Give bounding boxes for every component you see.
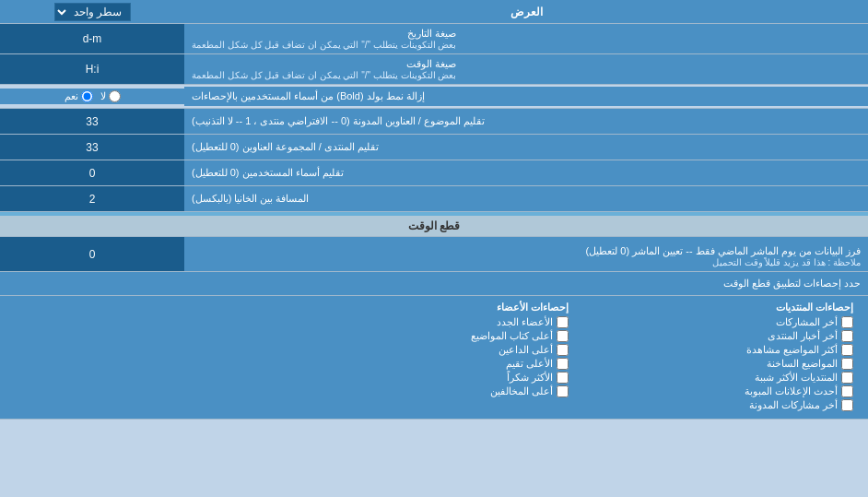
bold-radio-yes-label[interactable]: نعم (65, 90, 93, 102)
member-stat-0-checkbox[interactable] (557, 316, 569, 328)
stats-grid: إحصاءات المنتديات أخر المشاركات أخر أخبا… (7, 300, 861, 415)
forum-stat-3-checkbox[interactable] (841, 358, 853, 370)
forum-stat-2-checkbox[interactable] (841, 344, 853, 356)
usernames-input[interactable] (6, 167, 179, 180)
checkbox-item: الأعضاء الجدد (299, 316, 569, 328)
date-format-input[interactable] (6, 32, 179, 45)
forum-stat-5-checkbox[interactable] (841, 385, 853, 397)
forum-stat-6-checkbox[interactable] (841, 399, 853, 411)
forum-titles-row: تقليم المنتدى / المجموعة العناوين (0 للت… (0, 135, 868, 160)
usernames-row: تقليم أسماء المستخدمين (0 للتعطيل) (0, 160, 868, 186)
usernames-label: تقليم أسماء المستخدمين (0 للتعطيل) (184, 160, 868, 185)
time-format-label: صيغة الوقت بعض التكوينات يتطلب "/" التي … (184, 54, 868, 84)
checkbox-item: أعلى الداعين (299, 344, 569, 356)
freeze-label: فرز البيانات من يوم الماشر الماضي فقط --… (184, 237, 868, 271)
bold-radio-label: إزالة نمط بولد (Bold) من أسماء المستخدمي… (184, 87, 868, 106)
checkbox-item: أعلى كتاب المواضيع (299, 330, 569, 342)
topic-titles-row: تقليم الموضوع / العناوين المدونة (0 -- ا… (0, 109, 868, 135)
member-stat-3-checkbox[interactable] (557, 358, 569, 370)
main-container: العرض سطر واحد سطرين ثلاثة أسطر صيغة الت… (0, 0, 868, 420)
topic-titles-input[interactable] (6, 115, 179, 128)
extra-col (7, 300, 292, 415)
checkbox-item: أكثر المواضيع مشاهدة (583, 344, 853, 356)
topic-titles-input-container (0, 109, 184, 134)
bold-radio-container: نعم لا (0, 89, 184, 104)
checkbox-item: المنتديات الأكثر شببة (583, 372, 853, 384)
forum-stat-0-checkbox[interactable] (841, 316, 853, 328)
usernames-input-container (0, 160, 184, 185)
time-format-row: صيغة الوقت بعض التكوينات يتطلب "/" التي … (0, 54, 868, 85)
bold-radio-no[interactable] (109, 90, 121, 102)
display-header-row: العرض سطر واحد سطرين ثلاثة أسطر (0, 0, 868, 24)
checkbox-item: أخر مشاركات المدونة (583, 399, 853, 411)
spacing-row: المسافة بين الخانيا (بالبكسل) (0, 186, 868, 212)
forum-stats-header: إحصاءات المنتديات (583, 302, 853, 314)
time-format-input[interactable] (6, 63, 179, 76)
spacing-input-container (0, 186, 184, 211)
date-format-label: صيغة التاريخ بعض التكوينات يتطلب "/" الت… (184, 24, 868, 53)
forum-titles-label: تقليم المنتدى / المجموعة العناوين (0 للت… (184, 135, 868, 160)
checkbox-item: الأكثر شكراً (299, 372, 569, 384)
display-select[interactable]: سطر واحد سطرين ثلاثة أسطر (54, 3, 131, 21)
date-format-input-container (0, 24, 184, 53)
freeze-row: فرز البيانات من يوم الماشر الماضي فقط --… (0, 237, 868, 272)
spacing-label: المسافة بين الخانيا (بالبكسل) (184, 186, 868, 211)
time-format-input-container (0, 54, 184, 84)
forum-stat-1-checkbox[interactable] (841, 330, 853, 342)
checkbox-item: أخر المشاركات (583, 316, 853, 328)
freeze-input[interactable] (6, 248, 179, 261)
stats-section: إحصاءات المنتديات أخر المشاركات أخر أخبا… (0, 296, 868, 420)
member-stat-5-checkbox[interactable] (557, 385, 569, 397)
forum-titles-input-container (0, 135, 184, 160)
topic-titles-label: تقليم الموضوع / العناوين المدونة (0 -- ا… (184, 109, 868, 134)
member-stat-4-checkbox[interactable] (557, 372, 569, 384)
checkbox-item: أعلى المخالفين (299, 385, 569, 397)
member-stats-header: إحصاءات الأعضاء (299, 302, 569, 314)
display-select-container: سطر واحد سطرين ثلاثة أسطر (0, 1, 184, 23)
checkbox-item: المواضيع الساخنة (583, 358, 853, 370)
checkbox-item: الأعلى تقيم (299, 358, 569, 370)
forum-stat-4-checkbox[interactable] (841, 372, 853, 384)
bold-radio-row: إزالة نمط بولد (Bold) من أسماء المستخدمي… (0, 85, 868, 109)
member-stats-col: إحصاءات الأعضاء الأعضاء الجدد أعلى كتاب … (292, 300, 577, 415)
bold-radio-no-label[interactable]: لا (100, 90, 121, 102)
forum-titles-input[interactable] (6, 141, 179, 154)
limit-row: حدد إحصاءات لتطبيق قطع الوقت (0, 272, 868, 296)
checkbox-item: أحدث الإعلانات المبوبة (583, 385, 853, 397)
member-stat-2-checkbox[interactable] (557, 344, 569, 356)
limit-label: حدد إحصاءات لتطبيق قطع الوقت (0, 274, 868, 293)
spacing-input[interactable] (6, 193, 179, 206)
member-stat-1-checkbox[interactable] (557, 330, 569, 342)
date-format-row: صيغة التاريخ بعض التكوينات يتطلب "/" الت… (0, 24, 868, 54)
checkbox-item: أخر أخبار المنتدى (583, 330, 853, 342)
freeze-input-container (0, 237, 184, 271)
forum-stats-col: إحصاءات المنتديات أخر المشاركات أخر أخبا… (576, 300, 861, 415)
bold-radio-yes[interactable] (81, 90, 93, 102)
freeze-section-header: قطع الوقت (0, 216, 868, 237)
display-label: العرض (184, 2, 868, 22)
